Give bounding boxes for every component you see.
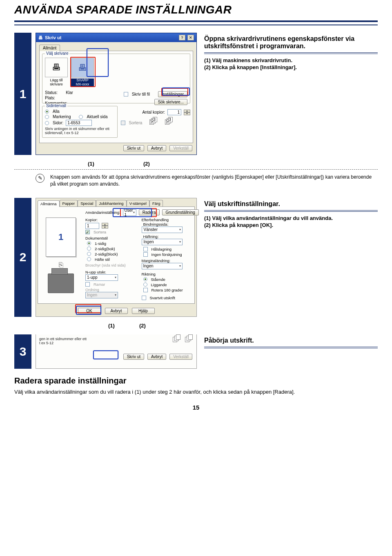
radio-2sidig-block[interactable]	[87, 252, 91, 256]
properties-dialog: Allmänna Papper Special Jobbhantering V-…	[36, 198, 197, 317]
margin-label: Marginaländring:	[142, 258, 192, 263]
ds2-label: 2-sidig(bok)	[95, 247, 115, 251]
pages-field[interactable]	[66, 120, 92, 126]
copies2-field[interactable]	[85, 223, 99, 229]
sort-checkbox[interactable]: ✓	[85, 230, 90, 234]
copies-field[interactable]	[167, 109, 181, 115]
printer-icon: 🖶	[38, 35, 43, 40]
step-3-lead: Påbörja utskrift.	[204, 337, 378, 344]
status-value: Klar	[66, 90, 73, 95]
staple-label: Häftning:	[142, 234, 192, 239]
staple-select[interactable]: Ingen	[142, 239, 183, 245]
rotate180-checkbox[interactable]	[143, 288, 148, 292]
print-dialog-footer: gen in ett sidnummer eller ett t ex 5-12…	[36, 334, 197, 369]
order-select: Ingen	[85, 292, 118, 298]
step-3-number: 3	[14, 334, 31, 369]
defaults-button[interactable]: Grundinställning	[162, 209, 199, 215]
bind-label: Bindningssida:	[142, 222, 192, 226]
docstyle-label: Dokumentstil	[85, 236, 136, 240]
radio-all[interactable]	[45, 110, 49, 114]
print-button[interactable]: Skriv ut	[123, 145, 144, 151]
dashed-separator	[14, 169, 378, 170]
callout-2: (2)	[143, 161, 150, 167]
o3-label: Rotera 180 grader	[151, 288, 183, 292]
nup-select[interactable]: 1-upp	[85, 274, 118, 281]
printer-icon: 🖶	[78, 63, 87, 73]
cancel2-button[interactable]: Avbryt	[105, 308, 128, 314]
spin-down-icon[interactable]: ▼	[102, 226, 108, 229]
radio-current[interactable]	[79, 115, 83, 119]
step-1-lead: Öppna skrivardrivrutinens egenskapsfönst…	[204, 35, 378, 50]
nup-label: N-upp utskr.	[85, 270, 136, 274]
add-printer[interactable]: 🖶 Lägg till skrivare	[45, 58, 68, 86]
spin-up-icon[interactable]: ▲	[184, 110, 190, 112]
radio-portrait[interactable]	[143, 277, 147, 281]
spin-down-icon[interactable]: ▼	[184, 112, 190, 115]
rule-thick	[14, 20, 378, 22]
finish-label: Efterbehandling	[142, 217, 192, 222]
radio-2sidig-bok[interactable]	[87, 247, 91, 251]
page-preview: 1	[46, 217, 76, 257]
order-label: Ordning	[85, 287, 136, 292]
page-number: 15	[14, 404, 378, 411]
settings-button[interactable]: Inställningar	[158, 91, 187, 97]
dialog-titlebar: 🖶 Skriv ut ? ✕	[36, 33, 196, 42]
offset-label: Ingen förskjutning	[151, 252, 182, 257]
cancel-button-3[interactable]: Avbryt	[147, 354, 166, 360]
step-2-number: 2	[14, 198, 31, 317]
hint3-2: t ex 5-12	[39, 341, 87, 345]
print-dialog: 🖶 Skriv ut ? ✕ Allmänt Välj skrivare	[36, 33, 197, 155]
frames-label: Ramar	[94, 282, 105, 287]
brochure-label: Broschyr (sida vid sida)	[85, 263, 136, 267]
ds3-label: 2-sidig(block)	[95, 252, 118, 256]
location-label: Plats:	[45, 96, 55, 100]
spin-up-icon[interactable]: ▲	[102, 223, 108, 226]
orient-label: Riktning	[142, 272, 192, 276]
radio-landscape[interactable]	[143, 282, 147, 287]
collate-icon-3	[173, 337, 181, 343]
tab-jobbhantering[interactable]: Jobbhantering	[96, 200, 126, 206]
user-settings-select[interactable]: User 1	[123, 209, 136, 216]
collate-icon-4	[185, 337, 193, 343]
step-2-line-1: (1) Välj vilka användarinställningar du …	[204, 215, 378, 221]
user-settings-label: Användarinställning:	[85, 210, 120, 215]
printer-item[interactable]: 🖶 SHARP MX-xxxx	[71, 58, 94, 86]
print-button-3[interactable]: Skriv ut	[123, 354, 144, 360]
step-2-lead: Välj utskriftinställningar.	[204, 200, 378, 208]
tab-papper[interactable]: Papper	[60, 200, 78, 206]
step-1-line-1: (1) Välj maskinens skrivardrivrutin.	[204, 57, 378, 63]
section-delete-title: Radera sparade inställningar	[14, 376, 378, 386]
tab-allmanna[interactable]: Allmänna	[38, 200, 60, 207]
radio-1sidig[interactable]	[87, 241, 91, 245]
apply-button-3: Verkställ	[169, 354, 192, 360]
cancel-button[interactable]: Avbryt	[147, 145, 166, 151]
tab-farg[interactable]: Färg	[149, 200, 163, 206]
bind-select[interactable]: Vänster	[142, 226, 183, 233]
bw-checkbox[interactable]	[142, 296, 146, 300]
punch-checkbox[interactable]	[143, 247, 148, 251]
radio-hafte[interactable]	[87, 257, 91, 261]
tab-general[interactable]: Allmänt	[39, 45, 60, 51]
group-page-range: Sidintervall	[45, 103, 67, 108]
offset-checkbox[interactable]	[143, 252, 148, 257]
radio-selection[interactable]	[45, 115, 49, 119]
find-printer-button[interactable]: Sök skrivare...	[154, 99, 187, 105]
radio-selection-label: Markering	[53, 114, 71, 119]
collate-checkbox[interactable]	[121, 121, 125, 125]
margin-select[interactable]: Ingen	[142, 263, 183, 269]
delete-button[interactable]: Radera	[139, 209, 160, 215]
print-to-file-checkbox[interactable]	[124, 92, 128, 96]
help-button[interactable]: Hjälp	[132, 308, 155, 314]
bw-label: Svartvit utskrift	[150, 296, 175, 300]
step-1-number: 1	[14, 33, 31, 155]
tab-special[interactable]: Special	[78, 200, 96, 206]
tab-vstampel[interactable]: V-stämpel	[127, 200, 149, 206]
group-select-printer: Välj skrivare	[45, 51, 69, 56]
note-text: Knappen som används för att öppna skriva…	[50, 174, 378, 188]
radio-pages[interactable]	[45, 121, 49, 125]
frames-checkbox[interactable]	[85, 282, 90, 287]
help-icon[interactable]: ?	[179, 35, 185, 40]
ok-button[interactable]: OK	[78, 308, 101, 314]
o1-label: Stående	[151, 277, 165, 282]
close-icon[interactable]: ✕	[187, 35, 194, 40]
